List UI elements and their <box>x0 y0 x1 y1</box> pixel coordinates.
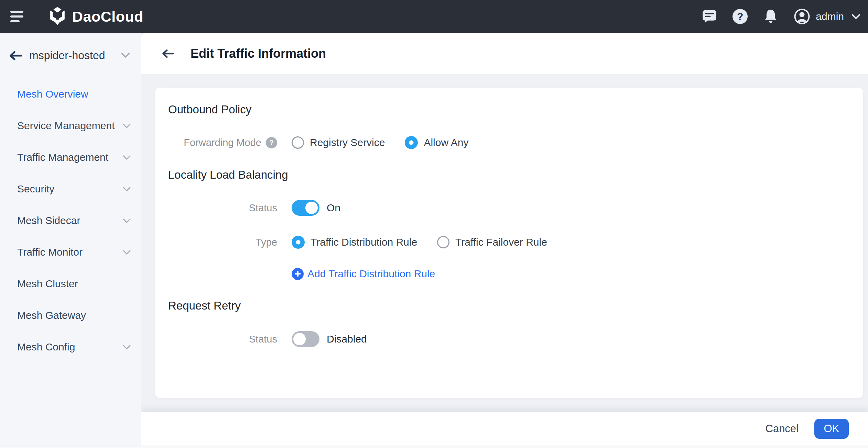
chevron-down-icon <box>122 218 131 223</box>
user-menu-chevron-down-icon[interactable] <box>851 14 860 19</box>
sidebar-mesh-header: mspider-hosted <box>0 33 141 78</box>
radio-registry-service[interactable]: Registry Service <box>292 136 385 149</box>
sidebar-item-mesh-sidecar[interactable]: Mesh Sidecar <box>0 205 141 236</box>
section-title-request-retry: Request Retry <box>168 299 241 313</box>
radio-traffic-failover-rule[interactable]: Traffic Failover Rule <box>437 236 547 248</box>
locality-status-value: On <box>327 202 340 214</box>
retry-status-label: Status <box>249 334 277 345</box>
locality-type-label: Type <box>256 237 277 248</box>
bottom-scrollbar-strip[interactable] <box>0 446 868 448</box>
notifications-bell-icon[interactable] <box>763 9 778 24</box>
sidebar-item-mesh-overview[interactable]: Mesh Overview <box>0 78 141 110</box>
brand[interactable]: DaoCloud <box>47 0 143 33</box>
sidebar-item-traffic-monitor[interactable]: Traffic Monitor <box>0 236 141 268</box>
forwarding-mode-help-icon[interactable]: ? <box>266 137 277 148</box>
username-label: admin <box>816 11 844 22</box>
help-icon[interactable]: ? <box>733 9 748 24</box>
sidebar-item-mesh-gateway[interactable]: Mesh Gateway <box>0 300 141 331</box>
chevron-down-icon <box>122 345 131 350</box>
sidebar-menu: Mesh Overview Service Management Traffic… <box>0 78 141 363</box>
radio-checked-circle-icon <box>292 236 305 249</box>
radio-circle-icon <box>292 136 304 149</box>
messages-icon[interactable] <box>702 10 717 23</box>
section-title-locality-load-balancing: Locality Load Balancing <box>168 168 288 182</box>
plus-circle-icon <box>292 268 304 280</box>
page-header: Edit Traffic Information <box>141 33 868 74</box>
topbar-actions: ? admin <box>686 0 860 33</box>
sidebar-back-arrow-icon[interactable] <box>9 50 22 61</box>
mesh-switch-chevron-down-icon[interactable] <box>121 52 130 58</box>
edit-traffic-form-card: Outbound Policy Forwarding Mode ? Regist… <box>155 88 863 398</box>
sidebar: mspider-hosted Mesh Overview Service Man… <box>0 33 141 448</box>
forwarding-mode-row: Forwarding Mode ? Registry Service Allow… <box>155 134 863 152</box>
radio-circle-icon <box>437 236 449 248</box>
section-title-outbound-policy: Outbound Policy <box>168 103 251 116</box>
user-avatar[interactable] <box>794 8 810 25</box>
retry-status-toggle[interactable] <box>292 331 319 347</box>
sidebar-item-service-management[interactable]: Service Management <box>0 110 141 142</box>
chevron-down-icon <box>122 123 131 128</box>
radio-traffic-distribution-rule[interactable]: Traffic Distribution Rule <box>292 236 417 249</box>
topbar: DaoCloud ? admin <box>0 0 868 33</box>
form-footer: Cancel OK <box>141 412 868 446</box>
page-title: Edit Traffic Information <box>191 46 326 61</box>
sidebar-item-mesh-config[interactable]: Mesh Config <box>0 331 141 363</box>
daocloud-logo-icon <box>47 7 67 26</box>
locality-type-row: Type Traffic Distribution Rule Traffic F… <box>155 233 863 251</box>
sidebar-item-security[interactable]: Security <box>0 173 141 205</box>
locality-status-toggle[interactable] <box>292 200 319 216</box>
radio-allow-any[interactable]: Allow Any <box>405 136 468 149</box>
sidebar-item-traffic-management[interactable]: Traffic Management <box>0 142 141 173</box>
add-traffic-distribution-rule-link[interactable]: Add Traffic Distribution Rule <box>292 268 435 280</box>
ok-button[interactable]: OK <box>814 419 849 439</box>
chevron-down-icon <box>122 187 131 192</box>
sidebar-item-mesh-cluster[interactable]: Mesh Cluster <box>0 268 141 300</box>
brand-name: DaoCloud <box>72 8 143 25</box>
retry-status-row: Status Disabled <box>155 330 863 348</box>
add-rule-row: Add Traffic Distribution Rule <box>155 265 863 283</box>
hamburger-menu-icon[interactable] <box>10 11 25 22</box>
locality-status-label: Status <box>249 202 277 214</box>
page-back-arrow-icon[interactable] <box>162 48 174 59</box>
forwarding-mode-label: Forwarding Mode <box>184 137 261 148</box>
radio-checked-circle-icon <box>405 136 418 149</box>
mesh-name-label[interactable]: mspider-hosted <box>29 33 105 78</box>
chevron-down-icon <box>122 250 131 255</box>
app-root: { "topbar": { "brand": "DaoCloud", "user… <box>0 0 868 448</box>
chevron-down-icon <box>122 155 131 160</box>
cancel-button[interactable]: Cancel <box>759 419 806 438</box>
locality-status-row: Status On <box>155 199 863 217</box>
retry-status-value: Disabled <box>327 333 367 345</box>
